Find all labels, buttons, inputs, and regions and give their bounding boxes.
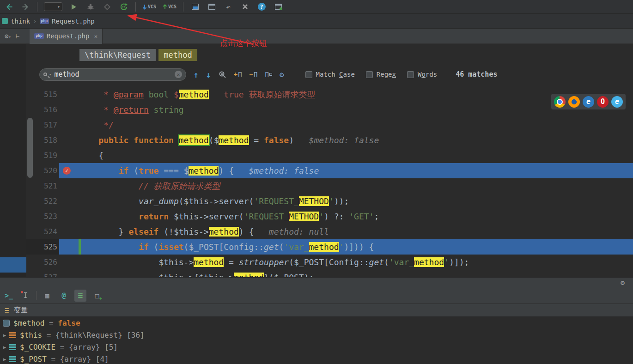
code-line-515[interactable]: 515 * @param bool $method true 获取原始请求类型 [0, 87, 633, 102]
console-icon[interactable]: >_ [3, 290, 15, 302]
occurrence-icon: Π [254, 71, 257, 78]
remove-selection-button[interactable]: −Π [250, 71, 258, 78]
chrome-icon[interactable] [554, 96, 566, 108]
variable-row-method[interactable]: $method = false [0, 317, 633, 329]
code-line-520[interactable]: 520✓ if (true === $method) { $method: fa… [0, 163, 633, 178]
editor-scrollbar[interactable] [27, 44, 33, 277]
code-text[interactable]: { [79, 148, 103, 163]
code-text[interactable]: } elseif (!$this->method) { method: null [79, 224, 329, 239]
code-text[interactable]: public function method($method = false) … [79, 133, 379, 148]
search-input[interactable] [53, 70, 173, 79]
code-line-519[interactable]: 519 { [0, 148, 633, 163]
opera-icon[interactable] [597, 96, 609, 108]
panel-splitter[interactable]: ⚙ [0, 277, 633, 287]
debug-button[interactable] [85, 2, 96, 12]
code-line-516[interactable]: 516 * @return string [0, 102, 633, 117]
code-text[interactable]: */ [79, 117, 114, 133]
firefox-icon[interactable] [568, 96, 580, 108]
breakpoint-icon[interactable]: ✓ [63, 167, 71, 175]
code-line-522[interactable]: 522 var_dump($this->server('REQUEST_METH… [0, 194, 633, 209]
evaluate-expression-icon[interactable]: @ [58, 290, 70, 302]
checkbox-box[interactable] [305, 71, 312, 78]
expand-arrow-icon[interactable]: ▶ [0, 357, 9, 362]
tab-request-php[interactable]: php Request.php × [30, 29, 103, 44]
breadcrumb-file[interactable]: Request.php [52, 18, 95, 25]
equals-sign: = [55, 343, 69, 352]
restore-layout-icon[interactable]: ▦ [41, 290, 53, 302]
back-button[interactable] [4, 2, 14, 12]
editor-tab-bar: ⚙▾ ⊢ php Request.php × [0, 29, 633, 44]
run-button[interactable] [69, 2, 79, 12]
edge-icon[interactable] [611, 96, 623, 108]
code-line-524[interactable]: 524 } elseif (!$this->method) { method: … [0, 224, 633, 239]
code-text[interactable]: if (true === $method) { $method: false [79, 163, 319, 178]
add-selection-button[interactable]: +Π [234, 71, 242, 78]
code-text[interactable]: // 获取原始请求类型 [79, 178, 220, 194]
variables-view-icon[interactable]: ≡ [74, 290, 86, 302]
hide-panel-icon[interactable]: ⊢ [16, 32, 19, 40]
code-line-518[interactable]: 518 public function method($method = fal… [0, 133, 633, 148]
undo-button[interactable]: ↶ [223, 2, 233, 12]
expand-arrow-icon[interactable]: ▶ [0, 333, 9, 338]
checkbox-box[interactable] [366, 71, 373, 78]
code-text[interactable]: * @param bool $method true 获取原始请求类型 [79, 87, 316, 102]
context-class-chip[interactable]: \think\Request [79, 49, 156, 61]
code-line-526[interactable]: 526 $this->method = strtoupper($_POST[Co… [0, 255, 633, 270]
code-line-521[interactable]: 521 // 获取原始请求类型 [0, 178, 633, 194]
breadcrumb-project[interactable]: think [11, 18, 30, 25]
splitter-gear-icon[interactable]: ⚙ [621, 279, 625, 287]
code-text[interactable]: $this->{$this->method}($_POST); [79, 270, 314, 277]
add-to-watches-icon[interactable]: □+ [91, 290, 103, 302]
regex-checkbox[interactable]: Regex [366, 71, 396, 78]
variable-row-post[interactable]: ▶ $_POST = {array} [4] [0, 353, 633, 364]
next-occurrence-button[interactable]: ↓ [206, 70, 211, 79]
context-method-chip[interactable]: method [158, 49, 197, 61]
code-line-527[interactable]: 527 $this->{$this->method}($_POST); [0, 270, 633, 277]
tools-button[interactable] [240, 2, 250, 12]
search-field[interactable]: ▾ ✕ [39, 68, 186, 81]
code-area[interactable]: 515 * @param bool $method true 获取原始请求类型5… [0, 87, 633, 277]
code-text[interactable]: return $this->server('REQUEST_METHOD') ?… [79, 209, 379, 224]
run-config-dropdown[interactable]: ▾ [44, 2, 62, 11]
code-text[interactable]: * @return string [79, 102, 184, 117]
code-text[interactable]: var_dump($this->server('REQUEST_METHOD')… [79, 194, 349, 209]
expand-arrow-icon[interactable]: ▶ [0, 345, 9, 350]
open-project-button[interactable] [207, 2, 217, 12]
chevron-down-icon[interactable]: ▾ [49, 72, 51, 77]
coverage-button[interactable] [102, 2, 112, 12]
clear-search-icon[interactable]: ✕ [175, 71, 182, 78]
close-tab-icon[interactable]: × [94, 33, 97, 40]
browser-icons-panel [551, 94, 626, 109]
variables-panel: $method = false ▶ $this = {think\Request… [0, 317, 633, 364]
select-all-occurrences-button[interactable]: Π [265, 71, 272, 78]
variable-row-this[interactable]: ▶ $this = {think\Request} [36] [0, 329, 633, 341]
code-line-525[interactable]: 525 if (isset($_POST[Config::get('var_me… [0, 239, 633, 255]
code-line-523[interactable]: 523 return $this->server('REQUEST_METHOD… [0, 209, 633, 224]
toolbar-separator [36, 291, 37, 300]
scrollbar-thumb[interactable] [27, 118, 33, 178]
search-settings-gear-icon[interactable]: ⚙ [280, 70, 284, 79]
help-button[interactable]: ? [256, 2, 267, 12]
code-text[interactable]: $this->method = strtoupper($_POST[Config… [79, 255, 469, 270]
show-execution-point-icon[interactable]: I [19, 290, 31, 302]
checkbox-box[interactable] [407, 71, 414, 78]
left-tool-stripe [0, 44, 26, 277]
project-window-button[interactable] [273, 2, 283, 12]
words-checkbox[interactable]: Words [407, 71, 437, 78]
match-case-checkbox[interactable]: Match Case [305, 71, 355, 78]
find-all-button[interactable] [219, 71, 226, 79]
breadcrumb-separator: › [33, 18, 37, 25]
previous-occurrence-button[interactable]: ↑ [194, 70, 199, 79]
internet-explorer-icon[interactable] [583, 96, 594, 108]
variable-row-cookie[interactable]: ▶ $_COOKIE = {array} [5] [0, 341, 633, 353]
forward-button[interactable] [20, 2, 30, 12]
editor-gear-icon[interactable]: ⚙▾ [5, 32, 11, 40]
vcs-commit-button[interactable]: VCS [163, 4, 177, 10]
code-text[interactable]: if (isset($_POST[Config::get('var_method… [79, 239, 374, 255]
show-changes-button[interactable] [190, 2, 200, 12]
tool-stripe-button-active[interactable] [0, 257, 26, 273]
code-line-517[interactable]: 517 */ [0, 117, 633, 133]
vcs-update-button[interactable]: VCS [142, 4, 156, 10]
rerun-button[interactable] [119, 2, 129, 12]
equals-sign: = [44, 319, 58, 328]
